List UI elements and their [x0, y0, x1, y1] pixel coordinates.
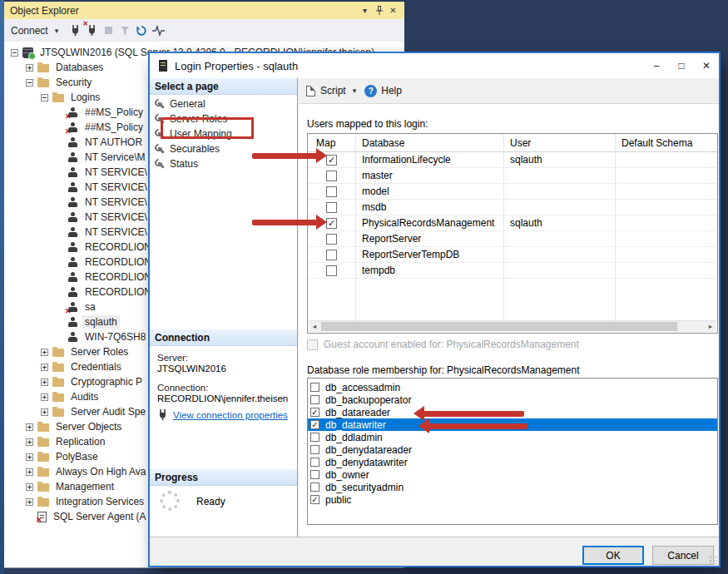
- tree-item-label: Always On High Ava: [53, 465, 149, 478]
- pin-icon[interactable]: [372, 3, 386, 17]
- collapse-icon[interactable]: −: [11, 49, 18, 57]
- close-icon[interactable]: ✕: [694, 53, 719, 78]
- disconnect-icon[interactable]: ✕: [83, 23, 100, 38]
- tree-item-label: Credentials: [68, 360, 124, 374]
- collapse-icon[interactable]: −: [26, 79, 33, 87]
- ok-button[interactable]: OK: [582, 546, 644, 565]
- page-item-general[interactable]: General: [150, 96, 297, 111]
- role-row-db-denydatawriter[interactable]: db_denydatawriter: [308, 456, 717, 468]
- agent-icon: ✕: [37, 512, 47, 522]
- role-checkbox[interactable]: [310, 458, 319, 467]
- table-row-reportservertempdb[interactable]: ReportServerTempDB: [308, 247, 717, 263]
- role-checkbox[interactable]: ✓: [310, 420, 319, 429]
- role-checkbox[interactable]: ✓: [310, 495, 319, 504]
- resize-grip[interactable]: [709, 556, 717, 564]
- expand-icon[interactable]: +: [26, 468, 33, 476]
- map-checkbox[interactable]: [326, 265, 337, 276]
- minimize-icon[interactable]: –: [644, 53, 669, 78]
- table-row-model[interactable]: model: [308, 184, 717, 200]
- role-row-db-accessadmin[interactable]: db_accessadmin: [308, 381, 717, 393]
- expand-icon[interactable]: +: [41, 349, 48, 356]
- dialog-footer: OK Cancel: [150, 537, 719, 566]
- expand-icon[interactable]: +: [26, 438, 33, 446]
- guest-account-label: Guest account enabled for: PhysicalRecor…: [324, 339, 579, 350]
- role-checkbox[interactable]: [310, 445, 319, 454]
- map-checkbox[interactable]: [326, 202, 337, 213]
- role-row-db-denydatareader[interactable]: db_denydatareader: [308, 443, 717, 456]
- role-checkbox[interactable]: [310, 482, 319, 492]
- table-row-informationlifecycle[interactable]: ✓InformationLifecyclesqlauth: [308, 152, 717, 168]
- scrollbar-thumb[interactable]: [321, 322, 677, 331]
- page-item-securables[interactable]: Securables: [150, 141, 297, 156]
- connect-icon[interactable]: [67, 23, 83, 38]
- role-checkbox[interactable]: [310, 383, 319, 392]
- role-label: db_denydatareader: [325, 444, 412, 456]
- table-row-tempdb[interactable]: tempdb: [308, 263, 717, 279]
- refresh-icon[interactable]: [133, 23, 150, 38]
- cancel-button[interactable]: Cancel: [652, 546, 714, 565]
- guest-account-row: Guest account enabled for: PhysicalRecor…: [307, 339, 579, 350]
- expand-icon[interactable]: +: [41, 393, 48, 401]
- map-checkbox[interactable]: [326, 171, 337, 181]
- collapse-icon[interactable]: −: [41, 94, 48, 101]
- tree-item-label: NT SERVICE\: [82, 225, 150, 239]
- red-x-icon: ✕: [65, 307, 72, 315]
- folder-icon: [52, 393, 64, 402]
- expand-icon[interactable]: +: [26, 453, 33, 461]
- scroll-right-icon[interactable]: ►: [705, 321, 716, 332]
- dialog-titlebar[interactable]: Login Properties - sqlauth – □ ✕: [150, 53, 719, 78]
- script-icon: [306, 86, 315, 96]
- tree-item-label: Cryptographic P: [68, 375, 145, 388]
- role-row-db-owner[interactable]: db_owner: [308, 468, 717, 481]
- role-row-db-datareader[interactable]: ✓db_datareader: [308, 406, 717, 418]
- map-checkbox[interactable]: ✓: [326, 218, 337, 229]
- expand-icon[interactable]: +: [26, 423, 33, 431]
- role-checkbox[interactable]: [310, 395, 319, 404]
- map-checkbox[interactable]: ✓: [326, 155, 337, 166]
- folder-icon: [37, 498, 49, 507]
- table-row-master[interactable]: master: [308, 168, 717, 184]
- table-row-physicalrecordsmanagement[interactable]: ✓PhysicalRecordsManagementsqlauth: [308, 215, 717, 231]
- role-row-public[interactable]: ✓public: [308, 493, 717, 506]
- expand-icon[interactable]: +: [41, 379, 48, 386]
- role-row-db-securityadmin[interactable]: db_securityadmin: [308, 481, 717, 493]
- map-checkbox[interactable]: [326, 234, 337, 245]
- page-item-user-mapping[interactable]: User Mapping: [150, 126, 297, 141]
- role-checkbox[interactable]: [310, 470, 319, 479]
- role-membership-list: db_accessadmindb_backupoperator✓db_datar…: [307, 378, 718, 525]
- role-checkbox[interactable]: [310, 433, 319, 442]
- connect-caret-icon[interactable]: ▾: [55, 27, 59, 35]
- table-row-reportserver[interactable]: ReportServer: [308, 231, 717, 247]
- activity-monitor-icon[interactable]: [150, 23, 166, 38]
- tree-item-label: sqlauth: [82, 315, 120, 329]
- close-icon[interactable]: ✕: [386, 3, 400, 17]
- page-item-status[interactable]: Status: [150, 156, 297, 171]
- horizontal-scrollbar[interactable]: ◄ ►: [309, 320, 716, 332]
- window-position-icon[interactable]: ▾: [358, 3, 372, 17]
- script-button[interactable]: Script: [320, 85, 346, 96]
- script-caret-icon[interactable]: ▾: [353, 87, 357, 95]
- role-checkbox[interactable]: ✓: [310, 408, 319, 417]
- role-row-db-backupoperator[interactable]: db_backupoperator: [308, 393, 717, 406]
- expand-icon[interactable]: +: [41, 408, 48, 416]
- help-button[interactable]: Help: [381, 85, 402, 96]
- help-icon[interactable]: ?: [364, 85, 377, 97]
- maximize-icon[interactable]: □: [669, 53, 694, 78]
- connect-button[interactable]: Connect: [11, 25, 48, 37]
- expand-icon[interactable]: +: [26, 498, 33, 506]
- tree-item-label: Integration Services: [53, 495, 146, 508]
- view-connection-properties-link[interactable]: View connection properties: [173, 410, 288, 420]
- role-row-db-ddladmin[interactable]: db_ddladmin: [308, 431, 717, 443]
- role-row-db-datawriter[interactable]: ✓db_datawriter: [308, 418, 717, 431]
- expand-icon[interactable]: +: [41, 364, 48, 371]
- map-checkbox[interactable]: [326, 250, 337, 260]
- table-header-row: MapDatabaseUserDefault Schema: [308, 134, 717, 152]
- expand-icon[interactable]: +: [26, 483, 33, 491]
- user-icon: [67, 197, 78, 208]
- scroll-left-icon[interactable]: ◄: [309, 321, 320, 332]
- page-item-server-roles[interactable]: Server Roles: [150, 111, 297, 126]
- expand-icon[interactable]: +: [26, 64, 33, 72]
- object-explorer-titlebar: Object Explorer ▾ ✕: [4, 2, 404, 19]
- table-row-msdb[interactable]: msdb: [308, 200, 717, 215]
- map-checkbox[interactable]: [326, 186, 337, 197]
